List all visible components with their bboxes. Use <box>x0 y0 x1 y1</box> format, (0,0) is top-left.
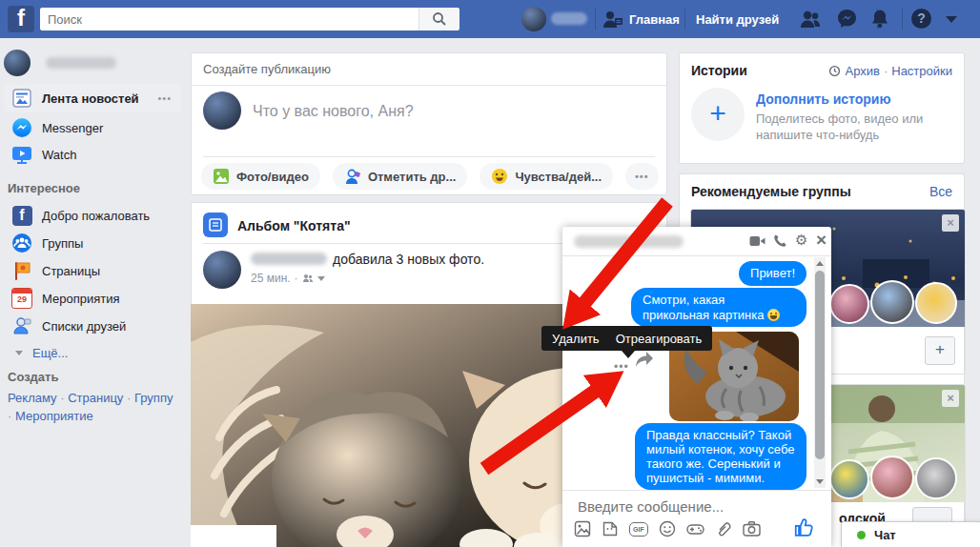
post-author-name-blurred[interactable] <box>251 253 327 265</box>
friend-lists-icon <box>11 315 32 336</box>
feelings-button[interactable]: Чувства/дей... <box>480 163 613 190</box>
facebook-logo[interactable]: f <box>8 6 34 32</box>
join-group-button[interactable]: + <box>925 336 955 365</box>
friends-icon[interactable] <box>799 10 822 29</box>
member-avatar <box>870 456 914 499</box>
album-title[interactable]: Альбом "Котята" <box>237 218 351 233</box>
groups-icon <box>11 233 32 253</box>
post-author-avatar[interactable] <box>203 251 241 289</box>
stories-settings-link[interactable]: Настройки <box>891 64 952 78</box>
archive-clock-icon <box>828 65 841 77</box>
friend-requests-icon[interactable] <box>602 10 623 29</box>
video-call-icon[interactable] <box>749 234 766 248</box>
post-action-text: добавила 3 новых фото. <box>333 252 484 267</box>
member-avatar <box>870 280 914 324</box>
dot-separator: · <box>884 64 888 78</box>
sidebar-item-messenger[interactable]: Messenger <box>4 114 181 141</box>
chat-header[interactable]: ⚙ × <box>562 227 831 256</box>
composer-more-button[interactable]: ••• <box>625 163 659 190</box>
post-meta: 25 мин. · <box>251 272 325 285</box>
search-bar <box>40 8 459 30</box>
facebook-logo-letter: f <box>17 5 25 30</box>
account-menu-caret-icon[interactable] <box>946 16 957 23</box>
audience-caret-icon[interactable] <box>317 276 325 281</box>
tag-friend-icon <box>344 168 361 185</box>
send-like-icon[interactable] <box>793 517 814 537</box>
composer-input[interactable]: Что у вас нового, Аня? <box>253 103 414 120</box>
sidebar-item-welcome[interactable]: f Добро пожаловать <box>4 202 181 229</box>
games-icon[interactable] <box>686 520 704 537</box>
groups-see-all-link[interactable]: Все <box>929 184 952 199</box>
forward-message-icon[interactable] <box>635 351 654 368</box>
section-header-create: Создать <box>8 370 58 384</box>
sidebar-item-news-feed[interactable]: Лента новостей ••• <box>4 84 181 112</box>
sidebar-item-pages[interactable]: Страницы <box>4 257 181 284</box>
notifications-bell-icon[interactable] <box>870 9 889 29</box>
link-create-group[interactable]: Группу <box>134 391 173 405</box>
chat-message: Смотри, какая прикольная картинка <box>631 288 806 327</box>
post-time[interactable]: 25 мин. <box>251 272 291 285</box>
news-feed-more-icon[interactable]: ••• <box>157 92 172 104</box>
emoji-icon[interactable] <box>659 520 676 537</box>
nav-home[interactable]: Главная <box>629 12 680 27</box>
link-create-page[interactable]: Страницу <box>68 391 123 405</box>
voice-call-icon[interactable] <box>773 233 787 248</box>
tooltip-react-button[interactable]: Отреагировать <box>616 332 703 346</box>
link-create-event[interactable]: Мероприятие <box>15 409 93 423</box>
sidebar-profile[interactable] <box>4 50 181 76</box>
add-story-button[interactable]: + <box>691 88 745 141</box>
member-avatar <box>829 284 869 324</box>
photo-video-label: Фото/видео <box>236 170 309 184</box>
sidebar-item-label: Мероприятия <box>42 292 120 306</box>
divider <box>203 156 655 157</box>
sticker-icon[interactable] <box>602 520 619 537</box>
sidebar-item-more[interactable]: Ещё... <box>4 339 181 366</box>
feelings-label: Чувства/дей... <box>515 170 602 184</box>
dismiss-group-button[interactable]: × <box>942 390 959 407</box>
user-avatar[interactable] <box>521 7 546 31</box>
composer-card: Создайте публикацию Что у вас нового, Ан… <box>191 52 667 195</box>
more-dots-icon: ••• <box>635 171 649 182</box>
profile-name-blurred <box>46 57 116 69</box>
tag-friends-button[interactable]: Отметить др... <box>333 163 468 190</box>
dismiss-group-button[interactable]: × <box>942 214 959 232</box>
scroll-up-icon[interactable] <box>816 261 824 266</box>
separator <box>595 9 596 30</box>
photo-video-button[interactable]: Фото/видео <box>201 163 320 190</box>
sidebar-item-friend-lists[interactable]: Списки друзей <box>4 313 181 339</box>
search-button[interactable] <box>419 8 459 30</box>
member-avatar <box>915 457 957 499</box>
sidebar-item-events[interactable]: 29 Мероприятия <box>4 285 181 312</box>
stories-title: Истории <box>691 63 747 78</box>
events-calendar-icon: 29 <box>11 288 32 309</box>
sidebar-item-label: Добро пожаловать <box>42 209 150 223</box>
chat-sidebar-toggle[interactable]: Чат <box>841 521 980 547</box>
sidebar-item-label: Страницы <box>42 264 100 278</box>
sidebar-item-groups[interactable]: Группы <box>4 230 181 256</box>
chat-scrollbar[interactable] <box>814 257 826 488</box>
messenger-icon[interactable] <box>837 9 857 29</box>
gif-icon[interactable]: GIF <box>629 522 648 537</box>
attach-image-icon[interactable] <box>574 520 591 537</box>
chat-close-icon[interactable]: × <box>816 230 827 251</box>
sidebar-item-watch[interactable]: Watch <box>4 141 181 168</box>
link-create-ad[interactable]: Рекламу <box>8 391 57 405</box>
nav-find-friends[interactable]: Найти друзей <box>696 12 779 27</box>
facebook-page: f Главная Найти друзей ? Лента новостей <box>0 0 980 547</box>
help-icon[interactable]: ? <box>911 9 931 29</box>
attach-file-icon[interactable] <box>715 520 732 537</box>
user-name-blurred[interactable] <box>551 12 587 25</box>
tooltip-delete-button[interactable]: Удалить <box>552 332 600 346</box>
search-input[interactable] <box>40 8 419 30</box>
add-story-title[interactable]: Дополнить историю <box>756 91 890 107</box>
scrollbar-thumb[interactable] <box>815 271 825 459</box>
message-more-options-icon[interactable]: ••• <box>614 360 629 374</box>
camera-icon[interactable] <box>743 520 761 537</box>
scroll-down-icon[interactable] <box>816 479 824 484</box>
stories-archive-link[interactable]: Архив <box>845 64 879 78</box>
chat-message-input[interactable] <box>576 497 818 516</box>
create-links: Рекламу · Страницу · Группу · Мероприяти… <box>8 389 179 425</box>
chat-settings-gear-icon[interactable]: ⚙ <box>795 232 807 249</box>
divider <box>562 490 831 491</box>
member-avatar <box>915 282 957 324</box>
